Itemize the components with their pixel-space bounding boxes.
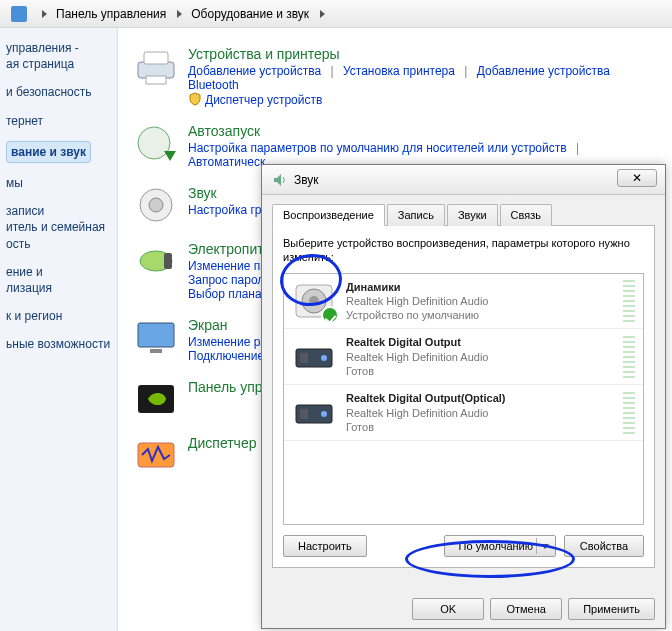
speaker-icon bbox=[134, 185, 178, 225]
device-icon bbox=[292, 281, 336, 321]
sidebar-item[interactable]: ьные возможности bbox=[6, 336, 111, 352]
svg-point-16 bbox=[309, 296, 319, 306]
chevron-right-icon[interactable] bbox=[42, 10, 47, 18]
shield-icon bbox=[188, 92, 202, 106]
link-resolution[interactable]: Изменение раз bbox=[188, 335, 272, 349]
sidebar-item[interactable]: управления - ая страница bbox=[6, 40, 111, 72]
sidebar-item[interactable]: мы bbox=[6, 175, 111, 191]
svg-rect-18 bbox=[300, 353, 308, 363]
sidebar-label: ость bbox=[6, 236, 111, 252]
category-title[interactable]: Автозапуск bbox=[188, 123, 656, 139]
svg-rect-2 bbox=[146, 76, 166, 84]
svg-marker-13 bbox=[274, 174, 281, 186]
tab-communications[interactable]: Связь bbox=[500, 204, 552, 226]
default-check-icon bbox=[321, 306, 339, 324]
ok-button[interactable]: OK bbox=[412, 598, 484, 620]
category-devices-printers: Устройства и принтеры Добавление устройс… bbox=[134, 46, 656, 107]
device-row[interactable]: Realtek Digital Output(Optical)Realtek H… bbox=[284, 385, 643, 441]
properties-button[interactable]: Свойства bbox=[564, 535, 644, 557]
link-volume[interactable]: Настройка гро bbox=[188, 203, 268, 217]
dialog-titlebar[interactable]: Звук ✕ bbox=[262, 165, 665, 195]
device-status: Устройство по умолчанию bbox=[346, 308, 623, 322]
svg-point-6 bbox=[149, 198, 163, 212]
link-autoplay-cd[interactable]: Автоматическ bbox=[188, 155, 265, 169]
device-row[interactable]: ДинамикиRealtek High Definition AudioУст… bbox=[284, 274, 643, 330]
sidebar-item[interactable]: записи итель и семейная ость bbox=[6, 203, 111, 252]
svg-rect-1 bbox=[144, 52, 168, 64]
tab-playback[interactable]: Воспроизведение bbox=[272, 204, 385, 226]
device-desc: Realtek High Definition Audio bbox=[346, 406, 623, 420]
svg-point-3 bbox=[138, 127, 170, 159]
category-autoplay: Автозапуск Настройка параметров по умолч… bbox=[134, 123, 656, 169]
device-status: Готов bbox=[346, 364, 623, 378]
breadcrumb-item[interactable]: Панель управления bbox=[49, 3, 173, 25]
tab-recording[interactable]: Запись bbox=[387, 204, 445, 226]
monitor-icon bbox=[134, 317, 178, 357]
device-desc: Realtek High Definition Audio bbox=[346, 350, 623, 364]
configure-button[interactable]: Настроить bbox=[283, 535, 367, 557]
sidebar-label: записи bbox=[6, 203, 111, 219]
level-meter bbox=[623, 392, 635, 434]
link-autoplay-defaults[interactable]: Настройка параметров по умолчанию для но… bbox=[188, 141, 567, 155]
link-device-manager[interactable]: Диспетчер устройств bbox=[205, 93, 322, 107]
sound-icon bbox=[272, 172, 288, 188]
control-panel-icon bbox=[11, 6, 27, 22]
tab-strip: Воспроизведение Запись Звуки Связь bbox=[272, 203, 655, 226]
category-title[interactable]: Устройства и принтеры bbox=[188, 46, 656, 62]
set-default-button[interactable]: По умолчанию bbox=[444, 535, 556, 557]
sidebar-label: ение и bbox=[6, 264, 111, 280]
breadcrumb-bar: Панель управления Оборудование и звук bbox=[0, 0, 672, 28]
sidebar-label: итель и семейная bbox=[6, 219, 111, 235]
device-desc: Realtek High Definition Audio bbox=[346, 294, 623, 308]
instruction-text: Выберите устройство воспроизведения, пар… bbox=[283, 236, 644, 265]
chevron-right-icon[interactable] bbox=[320, 10, 325, 18]
dialog-title: Звук bbox=[294, 173, 319, 187]
device-name: Realtek Digital Output(Optical) bbox=[346, 391, 623, 405]
sidebar-item-active[interactable]: вание и звук bbox=[6, 141, 91, 163]
sidebar-nav: управления - ая страница и безопасность … bbox=[0, 28, 118, 631]
device-name: Realtek Digital Output bbox=[346, 335, 623, 349]
sidebar-item[interactable]: и безопасность bbox=[6, 84, 111, 100]
device-list[interactable]: ДинамикиRealtek High Definition AudioУст… bbox=[283, 273, 644, 525]
sidebar-label: ая страница bbox=[6, 56, 111, 72]
device-status: Готов bbox=[346, 420, 623, 434]
sidebar-item[interactable]: тернет bbox=[6, 113, 111, 129]
link-password-wake[interactable]: Запрос пароля bbox=[188, 273, 271, 287]
sidebar-item[interactable]: ение и лизация bbox=[6, 264, 111, 296]
device-row[interactable]: Realtek Digital OutputRealtek High Defin… bbox=[284, 329, 643, 385]
nvidia-icon bbox=[134, 379, 178, 419]
sidebar-label: лизация bbox=[6, 280, 111, 296]
realtek-icon bbox=[134, 435, 178, 475]
svg-point-19 bbox=[321, 355, 327, 361]
svg-rect-9 bbox=[138, 323, 174, 347]
link-power-plan[interactable]: Выбор плана э bbox=[188, 287, 271, 301]
cancel-button[interactable]: Отмена bbox=[490, 598, 562, 620]
breadcrumb-item[interactable]: Оборудование и звук bbox=[184, 3, 316, 25]
apply-button[interactable]: Применить bbox=[568, 598, 655, 620]
svg-point-22 bbox=[321, 411, 327, 417]
level-meter bbox=[623, 336, 635, 378]
printer-icon bbox=[134, 46, 178, 86]
link-install-printer[interactable]: Установка принтера bbox=[343, 64, 455, 78]
device-icon bbox=[292, 337, 336, 377]
sidebar-item[interactable]: к и регион bbox=[6, 308, 111, 324]
link-connect-display[interactable]: Подключение bbox=[188, 349, 264, 363]
svg-rect-10 bbox=[150, 349, 162, 353]
autoplay-icon bbox=[134, 123, 178, 163]
svg-rect-21 bbox=[300, 409, 308, 419]
device-name: Динамики bbox=[346, 280, 623, 294]
device-icon bbox=[292, 393, 336, 433]
chevron-right-icon[interactable] bbox=[177, 10, 182, 18]
tab-sounds[interactable]: Звуки bbox=[447, 204, 498, 226]
close-button[interactable]: ✕ bbox=[617, 169, 657, 187]
breadcrumb-root-icon[interactable] bbox=[4, 3, 38, 25]
svg-rect-8 bbox=[164, 253, 172, 269]
sound-dialog: Звук ✕ Воспроизведение Запись Звуки Связ… bbox=[261, 164, 666, 629]
level-meter bbox=[623, 280, 635, 322]
tab-panel-playback: Выберите устройство воспроизведения, пар… bbox=[272, 226, 655, 568]
svg-marker-4 bbox=[164, 151, 176, 161]
battery-icon bbox=[134, 241, 178, 281]
link-add-device[interactable]: Добавление устройства bbox=[188, 64, 321, 78]
sidebar-label: управления - bbox=[6, 40, 111, 56]
